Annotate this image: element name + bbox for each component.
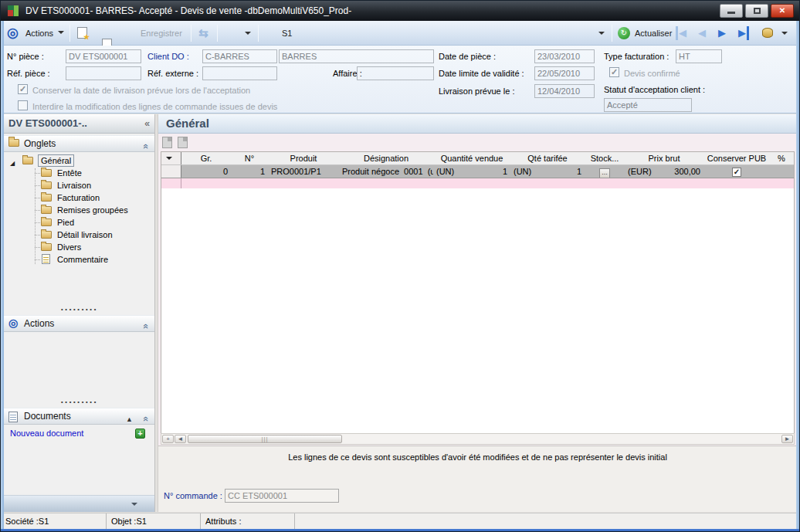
tree-node-detail-livraison[interactable]: Détail livraison — [4, 229, 154, 241]
cell-qte-vendue[interactable]: (UN)1 — [433, 165, 510, 178]
onglets-folder-icon — [8, 139, 19, 147]
restore-icon — [754, 8, 761, 14]
date-piece-label: Date de pièce : — [439, 52, 496, 61]
add-line-button[interactable]: + — [162, 435, 174, 443]
onglets-title: Onglets — [24, 136, 56, 152]
interdire-modification-checkbox — [18, 100, 28, 110]
folder-icon — [41, 206, 52, 214]
next-record-icon[interactable]: ▶ — [718, 26, 726, 40]
col-header-stock[interactable]: Stock... — [585, 152, 625, 164]
col-header-designation[interactable]: Désignation — [339, 152, 433, 164]
col-header-conserver-pub[interactable]: Conserver PUB — [703, 152, 770, 164]
grid-tool-icon-2 — [178, 137, 188, 148]
first-record-icon[interactable]: ◀ — [676, 26, 686, 40]
cell-designation[interactable]: Produit négoce 0001 (unité — [339, 165, 433, 178]
ref-externe-label: Réf. externe : — [147, 69, 198, 78]
col-header-num[interactable]: N° — [231, 152, 268, 164]
actualiser-icon[interactable]: ↻ — [618, 27, 630, 39]
cell-num[interactable]: 1 — [231, 165, 268, 178]
onglets-section-header[interactable]: Onglets « — [4, 135, 154, 152]
col-header-pct[interactable]: % — [770, 152, 793, 164]
actions-section-icon: ◎ — [8, 317, 18, 328]
tree-node-label[interactable]: Facturation — [57, 191, 100, 204]
add-document-icon[interactable]: + — [135, 429, 145, 439]
tree-node-label[interactable]: Remises groupées — [57, 204, 128, 216]
col-header-gr[interactable]: Gr. — [181, 152, 231, 164]
actions-menu-button[interactable]: Actions — [25, 29, 53, 38]
sidebar-splitter[interactable]: ········· — [4, 307, 154, 313]
grid-new-row[interactable] — [161, 178, 794, 188]
restore-button[interactable] — [745, 4, 768, 18]
collapse-section-icon[interactable]: « — [137, 416, 154, 422]
tree-node-commentaire[interactable]: Commentaire — [4, 253, 154, 266]
new-document-link[interactable]: Nouveau document — [10, 429, 83, 438]
cell-qt-value: 1 — [577, 165, 581, 178]
tree-node-general[interactable]: ◢ Général — [4, 154, 154, 167]
minimize-button[interactable] — [720, 4, 743, 18]
col-header-qte-tarifee[interactable]: Qté tarifée — [510, 152, 585, 164]
database-icon[interactable] — [762, 28, 773, 38]
collapse-arrow-icon[interactable]: ▲ — [126, 412, 133, 428]
cell-devise: (EUR) — [628, 165, 652, 178]
open-folder-icon — [22, 157, 33, 164]
grid-options-button[interactable] — [161, 152, 181, 164]
scrollbar-thumb[interactable]: ||| — [188, 435, 342, 443]
cell-prix-brut[interactable]: (EUR)300,00 — [625, 165, 703, 178]
conserver-date-checkbox: ✓ — [18, 84, 28, 94]
cell-qte-tarifee[interactable]: (UN)1 — [510, 165, 585, 178]
cell-produit[interactable]: PRO0001/P1 — [268, 165, 339, 178]
stock-ellipsis-button[interactable]: ... — [599, 168, 610, 178]
conserver-date-label: Conserver la date de livraison prévue lo… — [32, 86, 250, 95]
minimize-icon — [727, 12, 735, 14]
client-do-label[interactable]: Client DO : — [147, 52, 189, 61]
scroll-right-button[interactable]: ► — [781, 435, 793, 443]
tree-root-label[interactable]: Général — [38, 154, 74, 167]
content-area: DV ETS000001-.. « Onglets « ◢ Général En… — [1, 114, 800, 513]
col-header-prix-brut[interactable]: Prix brut — [625, 152, 703, 164]
last-record-icon[interactable]: ▶ — [738, 26, 749, 40]
actualiser-button[interactable]: Actualiser — [635, 29, 672, 38]
commande-label: N° commande : — [164, 491, 222, 500]
conserver-pub-checkbox[interactable]: ✓ — [732, 168, 741, 177]
actions-dropdown-icon[interactable] — [58, 31, 64, 34]
documents-section-header[interactable]: Documents ▲ « — [4, 408, 154, 425]
ref-piece-label: Réf. pièce : — [7, 69, 50, 78]
collapse-panel-icon[interactable]: « — [144, 114, 150, 133]
tree-node-entete[interactable]: Entête — [4, 167, 154, 179]
cell-qv-unit: (UN) — [436, 165, 454, 178]
col-header-qte-vendue[interactable]: Quantité vendue — [433, 152, 510, 164]
grid-row-selected[interactable]: 0 1 PRO0001/P1 Produit négoce 0001 (unit… — [161, 165, 794, 178]
tree-node-label[interactable]: Détail livraison — [57, 229, 113, 241]
previous-record-icon[interactable]: ◀ — [698, 26, 706, 40]
actions-section-header[interactable]: ◎ Actions « — [4, 315, 154, 332]
tree-node-label[interactable]: Livraison — [57, 179, 91, 191]
sidebar-splitter[interactable]: ········· — [4, 399, 154, 405]
scroll-left-button[interactable]: ◄ — [175, 435, 186, 443]
new-document-icon[interactable]: ★ — [77, 27, 87, 39]
window-bottom-border — [1, 529, 800, 532]
piece-field: DV ETS000001 — [66, 49, 141, 63]
date-validite-label: Date limite de validité : — [439, 69, 524, 78]
tree-node-label[interactable]: Divers — [57, 241, 81, 253]
print-dropdown-icon[interactable] — [245, 32, 251, 35]
app-window: DV ETS000001- BARRES- Accepté - Devis de… — [0, 0, 800, 532]
sidebar-dropdown-icon[interactable] — [131, 503, 137, 506]
tree-node-pied[interactable]: Pied — [4, 216, 154, 229]
database-dropdown-icon[interactable] — [781, 32, 788, 35]
tree-node-label[interactable]: Entête — [57, 167, 82, 179]
tree-node-facturation[interactable]: Facturation — [4, 191, 154, 204]
grid-empty-area[interactable] — [161, 188, 794, 435]
collapse-section-icon[interactable]: « — [137, 324, 154, 329]
filter-dropdown-icon[interactable] — [598, 32, 605, 35]
tree-node-remises[interactable]: Remises groupées — [4, 204, 154, 216]
sidebar-bottom-bar[interactable] — [4, 495, 154, 512]
tree-node-livraison[interactable]: Livraison — [4, 179, 154, 191]
close-button[interactable]: ✕ — [771, 4, 794, 18]
horizontal-scrollbar[interactable]: + ◄ ||| ► — [161, 433, 795, 445]
cell-gr[interactable]: 0 — [181, 165, 231, 178]
collapse-section-icon[interactable]: « — [137, 144, 154, 149]
tree-node-label[interactable]: Pied — [57, 216, 74, 229]
tree-node-label[interactable]: Commentaire — [57, 253, 108, 266]
tree-node-divers[interactable]: Divers — [4, 241, 154, 253]
col-header-produit[interactable]: Produit — [268, 152, 339, 164]
